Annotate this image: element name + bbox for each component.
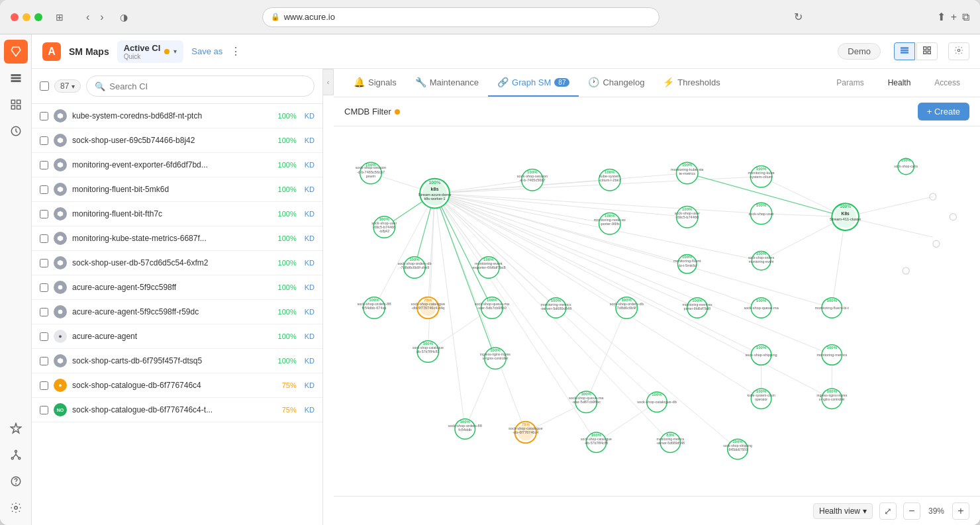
nav-icon-history[interactable] — [4, 119, 28, 143]
sidebar-toggle-btn[interactable]: ⊞ — [50, 9, 69, 25]
list-item[interactable]: NO sock-shop-catalogue-db-6f776746c4-t..… — [32, 398, 322, 422]
tab-signals[interactable]: 🔔 Signals — [344, 69, 406, 97]
ci-item-checkbox[interactable] — [40, 406, 48, 414]
ci-item-name: monitoring-kube-state-metrics-6687f... — [72, 234, 273, 243]
ci-item-checkbox[interactable] — [40, 283, 48, 292]
new-tab-btn[interactable]: + — [951, 11, 957, 23]
zoom-out-btn[interactable]: − — [903, 502, 920, 520]
ci-item-checkbox[interactable] — [40, 259, 48, 267]
save-as-button[interactable]: Save as — [191, 46, 222, 56]
count-badge[interactable]: 87 ▾ — [54, 79, 81, 93]
ci-item-checkbox[interactable] — [40, 381, 48, 390]
svg-point-9 — [11, 457, 13, 459]
maximize-traffic-light[interactable] — [34, 13, 42, 21]
sub-tab-health[interactable]: Health — [879, 75, 920, 90]
list-item[interactable]: sock-shop-user-69c5b74466-b8j42 100% KD — [32, 128, 322, 153]
svg-rect-5 — [11, 106, 15, 109]
close-traffic-light[interactable] — [11, 13, 19, 21]
list-item[interactable]: kube-system-coredns-bd6d8f-nt-ptch 100% … — [32, 104, 322, 128]
svg-text:-7d8d6c6b9f-zhk9: -7d8d6c6b9f-zhk9 — [400, 265, 430, 269]
ci-item-percent: 75% — [282, 381, 297, 389]
tab-graph-sm-count: 87 — [554, 78, 569, 87]
grid-view-btn[interactable] — [916, 42, 938, 60]
ci-item-checkbox[interactable] — [40, 210, 48, 218]
svg-text:sock-shop-user: sock-shop-user — [749, 212, 774, 216]
health-view-select[interactable]: Health view ▾ — [813, 503, 873, 519]
nav-icon-settings[interactable] — [4, 496, 28, 520]
svg-text:7d8d6c6b9f: 7d8d6c6b9f — [617, 306, 637, 310]
svg-text:sock-shop-queue-ma: sock-shop-queue-ma — [744, 306, 779, 310]
expand-graph-btn[interactable]: ⤢ — [879, 502, 897, 520]
list-item[interactable]: sock-shop-user-db-57cd6d5c54-6xfm2 100% … — [32, 251, 322, 275]
list-item[interactable]: monitoring-fluent-bit-fth7c 100% KD — [32, 202, 322, 226]
back-btn[interactable]: ‹ — [82, 9, 93, 26]
ci-item-checkbox[interactable] — [40, 112, 48, 120]
graph-canvas[interactable]: k8s Stream-acure-demo k8s-worker-1 100% — [334, 126, 980, 496]
select-all-checkbox[interactable] — [40, 81, 49, 91]
ci-item-checkbox[interactable] — [40, 161, 48, 169]
settings-gear-btn[interactable] — [948, 42, 969, 60]
ci-item-checkbox[interactable] — [40, 308, 48, 316]
list-item[interactable]: ● acure-acure-agent 100% KD — [32, 324, 322, 349]
graph-nodes[interactable]: k8s Stream-acure-demo k8s-worker-1 100% — [418, 179, 452, 209]
ci-item-name: sock-shop-user-db-57cd6d5c54-6xfm2 — [72, 258, 273, 267]
list-item[interactable]: ● sock-shop-catalogue-db-6f776746c4 75% … — [32, 373, 322, 398]
collapse-panel-btn[interactable]: ‹ — [323, 69, 334, 95]
active-ci-dropdown-arrow[interactable]: ▾ — [173, 48, 177, 55]
create-button[interactable]: + Create — [918, 103, 969, 120]
list-item[interactable]: monitoring-event-exporter-6fd6df7bd... 1… — [32, 153, 322, 177]
sub-tab-params[interactable]: Params — [827, 75, 873, 90]
svg-text:100%: 100% — [605, 169, 615, 174]
ci-item-checkbox[interactable] — [40, 357, 48, 365]
svg-text:83%: 83% — [666, 432, 675, 437]
svg-text:100%: 100% — [551, 298, 562, 303]
zoom-in-btn[interactable]: + — [952, 502, 969, 520]
svg-text:100%: 100% — [621, 297, 632, 302]
windows-btn[interactable]: ⧉ — [962, 11, 969, 23]
list-view-btn[interactable] — [894, 42, 915, 60]
svg-text:100%: 100% — [487, 297, 497, 302]
nav-icon-ci-management[interactable] — [4, 40, 28, 64]
ci-item-checkbox[interactable] — [40, 234, 48, 243]
share-btn[interactable]: ⬆ — [937, 11, 946, 23]
svg-text:100%: 100% — [756, 166, 767, 171]
halfscreen-btn[interactable]: ◑ — [116, 9, 132, 25]
cmdb-filter-label: CMDB Filter — [344, 107, 391, 117]
address-bar[interactable]: 🔒 www.acure.io — [262, 7, 660, 27]
tab-graph-sm[interactable]: 🔗 Graph SM 87 — [488, 69, 579, 97]
forward-btn[interactable]: › — [96, 9, 107, 26]
list-item[interactable]: sock-shop-carts-db-6f795f457f-dtsq5 100%… — [32, 349, 322, 373]
search-input[interactable] — [109, 81, 306, 91]
svg-text:Stream-411-cluster: Stream-411-cluster — [830, 217, 861, 221]
svg-point-8 — [15, 450, 17, 452]
count-badge-arrow: ▾ — [72, 83, 75, 90]
demo-button[interactable]: Demo — [838, 43, 881, 60]
minimize-traffic-light[interactable] — [23, 13, 30, 21]
nav-icon-magic[interactable] — [4, 416, 28, 440]
refresh-btn[interactable]: ↻ — [790, 8, 807, 26]
cmdb-filter-btn[interactable]: CMDB Filter — [344, 107, 400, 117]
sub-tab-access[interactable]: Access — [925, 75, 969, 90]
svg-text:porter-6fd6df7bd8: porter-6fd6df7bd8 — [684, 307, 711, 310]
ci-item-checkbox[interactable] — [40, 185, 48, 194]
ci-item-checkbox[interactable] — [40, 332, 48, 341]
list-item[interactable]: acure-acure-agent-5f9cc598ff 100% KD — [32, 275, 322, 300]
svg-text:100%: 100% — [379, 216, 389, 221]
tab-maintenance[interactable]: 🔧 Maintenance — [406, 69, 488, 97]
active-ci-section[interactable]: Active CI Quick ▾ — [117, 40, 184, 63]
list-item[interactable]: monitoring-kube-state-metrics-6687f... 1… — [32, 226, 322, 251]
svg-point-222 — [950, 214, 956, 220]
nav-icon-list[interactable] — [4, 66, 28, 90]
more-options-button[interactable]: ⋮ — [230, 45, 241, 58]
list-item[interactable]: acure-acure-agent-5f9cc598ff-r59dc 100% … — [32, 300, 322, 324]
tab-thresholds[interactable]: ⚡ Thresholds — [654, 69, 729, 97]
svg-text:100%: 100% — [901, 158, 910, 162]
ci-item-icon: NO — [54, 403, 67, 416]
nav-icon-network[interactable] — [4, 443, 28, 467]
list-item[interactable]: monitoring-fluent-bit-5mk6d 100% KD — [32, 177, 322, 202]
tab-changelog[interactable]: 🕐 Changelog — [579, 69, 654, 97]
ci-item-checkbox[interactable] — [40, 136, 48, 145]
nav-icon-help[interactable] — [4, 469, 28, 493]
lock-icon: 🔒 — [271, 13, 280, 21]
nav-icon-grid[interactable] — [4, 93, 28, 117]
